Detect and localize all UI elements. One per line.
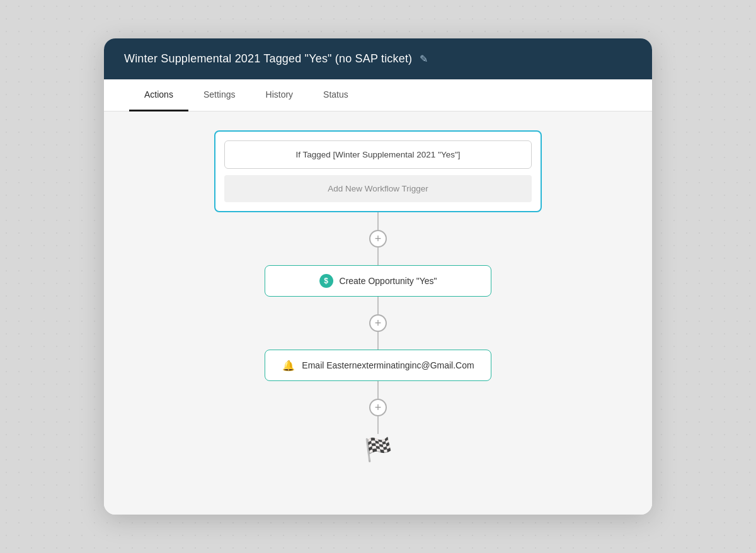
connector-3: + <box>369 381 387 434</box>
card-body: If Tagged [Winter Supplemental 2021 "Yes… <box>104 111 652 515</box>
connector-line-1 <box>377 212 379 230</box>
tabs-bar: Actions Settings History Status <box>104 79 652 111</box>
trigger-condition[interactable]: If Tagged [Winter Supplemental 2021 "Yes… <box>224 140 532 169</box>
connector-2: + <box>369 297 387 350</box>
connector-line-2 <box>377 297 379 314</box>
connector-line-3 <box>377 381 379 399</box>
card-header: Winter Supplemental 2021 Tagged "Yes" (n… <box>104 38 652 79</box>
action-label-1: Create Opportunity "Yes" <box>340 276 437 286</box>
connector-1: + <box>369 212 387 265</box>
page-wrapper: Winter Supplemental 2021 Tagged "Yes" (n… <box>0 0 756 553</box>
action-label-2: Email Easternexterminatinginc@Gmail.Com <box>302 360 474 370</box>
add-trigger-button[interactable]: Add New Workflow Trigger <box>224 175 532 202</box>
add-step-button-2[interactable]: + <box>369 314 387 332</box>
dollar-icon: $ <box>319 274 333 288</box>
connector-line-1b <box>377 248 379 265</box>
finish-flag: 🏁 <box>364 436 392 463</box>
connector-line-3b <box>377 416 379 434</box>
add-step-button-3[interactable]: + <box>369 399 387 416</box>
bell-icon: 🔔 <box>282 358 295 372</box>
tab-settings[interactable]: Settings <box>188 79 251 111</box>
action-node-2[interactable]: 🔔 Email Easternexterminatinginc@Gmail.Co… <box>265 350 491 381</box>
trigger-block: If Tagged [Winter Supplemental 2021 "Yes… <box>214 130 542 212</box>
action-node-1[interactable]: $ Create Opportunity "Yes" <box>265 265 491 297</box>
main-card: Winter Supplemental 2021 Tagged "Yes" (n… <box>104 38 652 515</box>
connector-line-2b <box>377 332 379 350</box>
add-step-button-1[interactable]: + <box>369 230 387 248</box>
tab-history[interactable]: History <box>251 79 309 111</box>
workflow-title: Winter Supplemental 2021 Tagged "Yes" (n… <box>124 52 412 66</box>
tab-actions[interactable]: Actions <box>129 79 188 111</box>
edit-icon[interactable]: ✎ <box>420 53 428 65</box>
tab-status[interactable]: Status <box>308 79 364 111</box>
